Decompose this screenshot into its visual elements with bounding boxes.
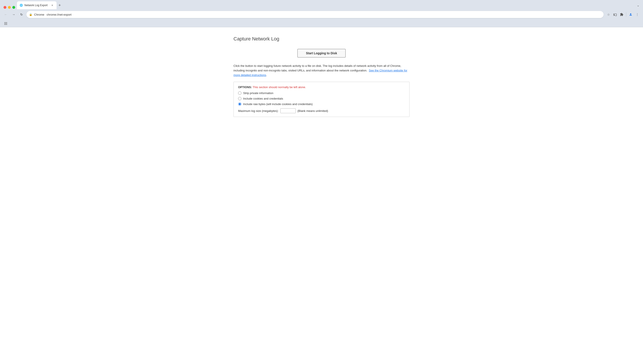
max-log-row: Maximum log size (megabytes): (Blank mea… <box>238 108 405 113</box>
browser-window: 🌐 Network Log Export ✕ + ⌄ ← → ↻ 🔒 Chrom… <box>0 0 643 364</box>
svg-rect-2 <box>6 22 6 23</box>
address-bar[interactable]: 🔒 Chrome chrome://net-export <box>27 11 604 18</box>
forward-button[interactable]: → <box>11 12 17 18</box>
tab-strip-menu-button[interactable]: ⌄ <box>635 2 641 8</box>
extensions-button[interactable] <box>618 12 625 18</box>
max-log-hint: (Blank means unlimited) <box>298 109 328 112</box>
active-tab[interactable]: 🌐 Network Log Export ✕ <box>17 1 57 9</box>
nav-actions: ☆ ⋮ <box>605 12 640 18</box>
description-text: Click the button to start logging future… <box>234 64 409 77</box>
svg-rect-5 <box>6 23 6 24</box>
max-log-input[interactable] <box>280 108 296 113</box>
profile-button[interactable] <box>627 12 634 18</box>
back-button[interactable]: ← <box>3 12 9 18</box>
page-inner: Capture Network Log Start Logging to Dis… <box>234 36 409 117</box>
radio-strip-private[interactable]: Strip private information <box>238 92 405 95</box>
svg-point-0 <box>630 14 631 14</box>
bookmarks-bar <box>0 20 643 27</box>
svg-rect-1 <box>5 22 5 23</box>
radio-raw-input[interactable] <box>238 102 241 106</box>
nav-separator <box>626 12 626 17</box>
start-logging-button[interactable]: Start Logging to Disk <box>297 49 346 58</box>
tab-end-controls: ⌄ <box>635 2 641 9</box>
traffic-lights <box>2 6 17 9</box>
browser-name-label: Chrome chrome://net-export <box>34 13 601 16</box>
menu-button[interactable]: ⋮ <box>634 12 640 18</box>
bookmark-star-button[interactable]: ☆ <box>605 12 611 18</box>
tab-title: Network Log Export <box>25 4 49 7</box>
tab-bar: 🌐 Network Log Export ✕ + ⌄ <box>0 0 643 9</box>
radio-strip-label: Strip private information <box>243 92 273 95</box>
radio-cookies-input[interactable] <box>238 97 241 100</box>
tab-close-button[interactable]: ✕ <box>50 4 54 7</box>
radio-include-raw[interactable]: Include raw bytes (will include cookies … <box>238 102 405 106</box>
new-tab-button[interactable]: + <box>57 2 63 8</box>
radio-include-cookies[interactable]: Include cookies and credentials <box>238 97 405 100</box>
security-icon: 🔒 <box>29 13 32 16</box>
apps-button[interactable] <box>3 20 9 26</box>
page-content: Capture Network Log Start Logging to Dis… <box>0 27 643 364</box>
minimize-traffic-light[interactable] <box>8 6 11 9</box>
svg-rect-9 <box>6 24 7 25</box>
navigation-bar: ← → ↻ 🔒 Chrome chrome://net-export ☆ ⋮ <box>0 9 643 20</box>
radio-strip-input[interactable] <box>238 92 241 95</box>
radio-raw-label: Include raw bytes (will include cookies … <box>243 102 313 106</box>
page-title: Capture Network Log <box>234 36 409 42</box>
options-label: OPTIONS: <box>238 86 252 89</box>
reload-button[interactable]: ↻ <box>19 12 25 18</box>
maximize-traffic-light[interactable] <box>12 6 15 9</box>
tab-favicon: 🌐 <box>20 4 23 7</box>
options-box: OPTIONS: This section should normally be… <box>234 82 409 117</box>
max-log-label: Maximum log size (megabytes): <box>238 109 279 112</box>
svg-rect-6 <box>6 23 7 24</box>
radio-cookies-label: Include cookies and credentials <box>243 97 283 100</box>
options-header: OPTIONS: This section should normally be… <box>238 86 405 89</box>
radio-group: Strip private information Include cookie… <box>238 92 405 106</box>
svg-rect-3 <box>6 22 7 23</box>
options-warning: This section should normally be left alo… <box>253 86 306 89</box>
svg-rect-7 <box>5 24 5 25</box>
close-traffic-light[interactable] <box>4 6 6 9</box>
svg-rect-8 <box>6 24 6 25</box>
start-btn-container: Start Logging to Disk <box>234 49 409 58</box>
svg-rect-4 <box>5 23 5 24</box>
cast-button[interactable] <box>612 12 618 18</box>
